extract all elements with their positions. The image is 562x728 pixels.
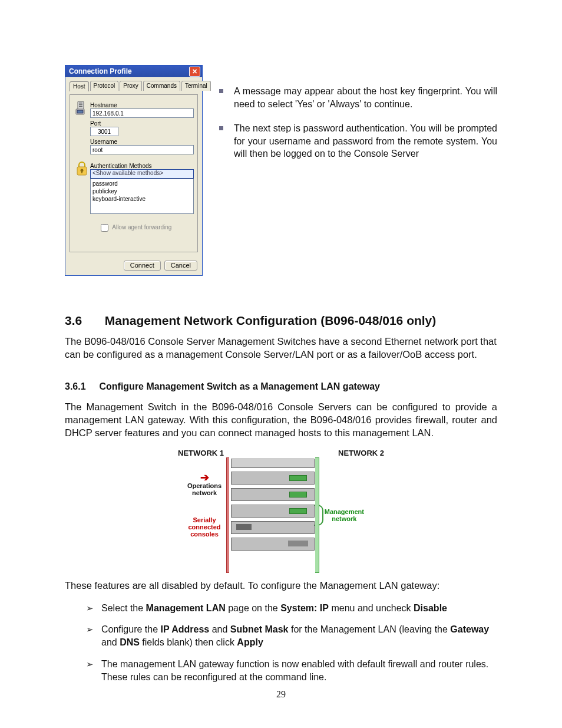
svg-rect-3 — [79, 106, 82, 107]
diagram-label-network2: NETWORK 2 — [338, 449, 384, 457]
auth-methods-label: Authentication Methods — [90, 163, 194, 169]
body-paragraph: The B096-048/016 Console Server Manageme… — [65, 335, 497, 361]
page-number: 29 — [0, 689, 562, 700]
body-paragraph: These features are all disabled by defau… — [65, 579, 497, 592]
serial-bus-icon — [226, 457, 229, 573]
rack-server-icon — [231, 505, 315, 518]
cancel-button[interactable]: Cancel — [164, 261, 197, 271]
section-heading: 3.6 Management Network Configuration (B0… — [65, 314, 497, 328]
username-field[interactable] — [90, 145, 194, 154]
host-icon — [75, 101, 88, 116]
subsection-number: 3.6.1 — [65, 381, 97, 392]
diagram-label-operations: Operations network — [178, 482, 231, 496]
tab-proxy[interactable]: Proxy — [120, 81, 142, 91]
section-title: Management Network Configuration (B096-0… — [105, 314, 436, 327]
section-number: 3.6 — [65, 314, 101, 328]
connect-button[interactable]: Connect — [124, 261, 161, 271]
hostname-label: Hostname — [90, 102, 194, 108]
body-paragraph: The Management Switch in the B096-048/01… — [65, 400, 497, 440]
username-label: Username — [90, 139, 194, 145]
rack-server-icon — [231, 488, 315, 501]
list-item: The management LAN gateway function is n… — [86, 658, 497, 684]
note-text: A message may appear about the host key … — [234, 85, 497, 110]
note-text: The next step is password authentication… — [234, 122, 497, 160]
list-item: Configure the IP Address and Subnet Mask… — [86, 623, 497, 650]
list-item[interactable]: keyboard-interactive — [92, 195, 191, 203]
list-item[interactable]: publickey — [92, 187, 191, 195]
list-item: Select the Management LAN page on the Sy… — [86, 602, 497, 615]
bullet-icon — [219, 126, 223, 130]
diagram-label-serial: Serially connected consoles — [178, 516, 231, 538]
svg-rect-8 — [81, 170, 82, 173]
svg-rect-2 — [79, 104, 82, 106]
tab-terminal[interactable]: Terminal — [181, 81, 211, 91]
subsection-heading: 3.6.1 Configure Management Switch as a M… — [65, 381, 497, 392]
tab-commands[interactable]: Commands — [143, 81, 180, 91]
arrow-icon: ➔ — [200, 472, 209, 483]
rack-switch-icon — [231, 459, 315, 468]
allow-agent-forwarding-checkbox[interactable] — [101, 224, 108, 232]
dialog-titlebar[interactable]: Connection Profile ✕ — [65, 65, 202, 77]
rack-server-icon — [231, 472, 315, 485]
lock-icon — [75, 162, 88, 178]
mgmt-bus-icon — [315, 457, 319, 573]
diagram-label-network1: NETWORK 1 — [178, 449, 224, 457]
network-diagram: NETWORK 1 NETWORK 2 ➔ Operations network… — [178, 449, 384, 573]
side-notes: A message may appear about the host key … — [219, 65, 497, 276]
hostname-field[interactable] — [90, 108, 194, 118]
bullet-icon — [219, 89, 223, 93]
allow-agent-forwarding-label: Allow agent forwarding — [112, 224, 171, 230]
dialog-tabs: Host Protocol Proxy Commands Terminal — [70, 81, 198, 91]
port-label: Port — [90, 120, 194, 127]
tab-panel-host: Hostname Port Username — [70, 94, 198, 252]
close-icon[interactable]: ✕ — [189, 67, 200, 77]
subsection-title: Configure Management Switch as a Managem… — [99, 381, 380, 391]
auth-methods-select[interactable]: <Show available methods> — [90, 169, 194, 179]
rack-ups-icon — [231, 538, 315, 551]
tab-host[interactable]: Host — [70, 81, 89, 91]
svg-rect-1 — [79, 103, 82, 104]
port-field[interactable] — [90, 127, 118, 136]
connection-profile-dialog: Connection Profile ✕ Host Protocol Proxy… — [65, 65, 203, 276]
rack-pc-icon — [231, 521, 315, 534]
diagram-label-management: Management network — [323, 508, 365, 522]
tab-protocol[interactable]: Protocol — [90, 81, 119, 91]
list-item[interactable]: password — [92, 180, 191, 187]
dialog-title: Connection Profile — [69, 67, 132, 75]
step-list: Select the Management LAN page on the Sy… — [65, 602, 497, 684]
svg-rect-5 — [77, 110, 83, 113]
auth-methods-listbox[interactable]: password publickey keyboard-interactive — [90, 179, 194, 214]
